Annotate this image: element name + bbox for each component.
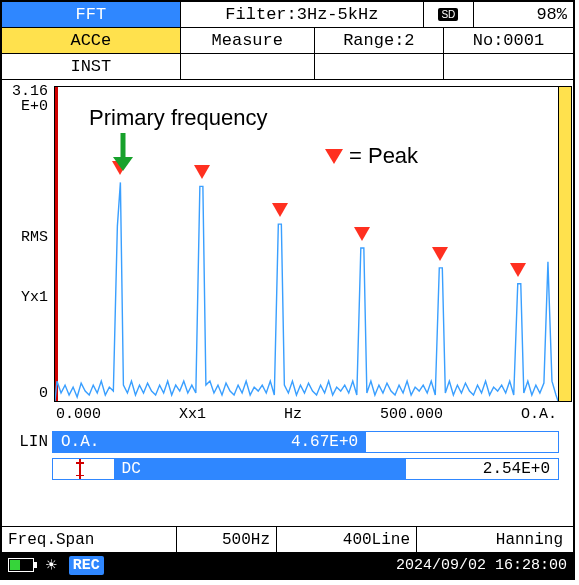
chart-area: 3.16 E+0 RMS Yx1 0 Primary frequency [2,80,573,526]
y-lower: Yx1 [4,290,48,305]
measure-readout: Measure [181,28,315,53]
cursor-tick-icon [79,459,81,479]
x-tick: O.A. [521,406,557,423]
spectrum-plot[interactable]: Primary frequency = Peak [54,86,559,402]
peak-marker-icon [432,247,448,261]
line-value[interactable]: 400Line [277,527,417,552]
x-axis-labels: 0.000 Xx1 Hz 500.000 O.A. [54,406,559,423]
window-value[interactable]: Hanning [417,527,573,552]
datetime: 2024/09/02 16:28:00 [396,557,567,574]
x-tick: 500.000 [380,406,443,423]
freq-span-value[interactable]: 500Hz [177,527,277,552]
brightness-icon: ☀ [46,554,57,576]
overall-bar [558,86,572,402]
x-tick: Hz [284,406,302,423]
peak-marker-icon [510,263,526,277]
annotation-peak-legend: = Peak [325,143,418,169]
rec-indicator: REC [69,556,104,575]
battery-pct: 98% [474,2,573,27]
tab-acc[interactable]: ACCe [2,28,181,53]
lin-label: LIN [4,433,52,451]
record-no: No:0001 [444,28,573,53]
peak-legend-text: = Peak [349,143,418,169]
blank-cell [315,54,444,79]
dc-band[interactable]: DC 2.54E+0 [52,458,559,480]
dc-label: DC [122,460,141,478]
blank-cell [444,54,573,79]
filter-readout: Filter:3Hz-5kHz [181,2,424,27]
tab-fft[interactable]: FFT [2,2,181,27]
status-bar: ☀ REC 2024/09/02 16:28:00 [2,552,573,578]
y-top: 3.16 E+0 [4,84,48,114]
annotation-primary: Primary frequency [89,105,268,131]
oa-label: O.A. [61,433,99,451]
freq-span-label: Freq.Span [2,527,177,552]
oa-value: 4.67E+0 [291,433,358,451]
x-tick: 0.000 [56,406,101,423]
x-tick: Xx1 [179,406,206,423]
blank-cell [181,54,315,79]
arrow-icon [111,131,135,176]
y-mid: RMS [4,230,48,245]
peak-marker-icon [272,203,288,217]
svg-marker-1 [113,157,133,171]
sd-indicator: SD [424,2,474,27]
y-zero: 0 [4,386,48,401]
peak-marker-icon [194,165,210,179]
oa-band[interactable]: O.A. 4.67E+0 [52,431,559,453]
display-mode[interactable]: INST [2,54,181,79]
range-readout: Range:2 [315,28,444,53]
battery-icon [8,558,34,572]
peak-marker-icon [354,227,370,241]
dc-value: 2.54E+0 [483,460,550,478]
peak-legend-icon [325,149,343,164]
